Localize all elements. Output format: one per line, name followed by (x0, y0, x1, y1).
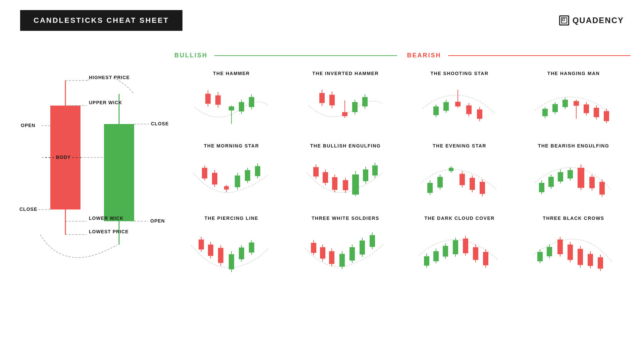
svg-rect-130 (372, 166, 378, 176)
svg-rect-247 (588, 254, 593, 266)
patterns-row-1: THE HAMMER (174, 67, 631, 140)
pattern-bearish-engulfing: THE BEARISH ENGULFING (517, 140, 631, 212)
logo: QUADENCY (559, 15, 624, 25)
svg-rect-148 (480, 182, 485, 194)
svg-rect-115 (323, 172, 328, 183)
patterns-row-2: THE MORNING STAR (174, 140, 631, 212)
svg-rect-85 (584, 105, 589, 113)
svg-rect-193 (320, 247, 325, 259)
title-box: CANDLESTICKS CHEAT SHEET (20, 10, 182, 31)
svg-rect-67 (466, 106, 472, 114)
pattern-three-black-crows: THREE BLACK CROWS (517, 212, 631, 285)
bullish-divider (214, 55, 397, 56)
svg-text:HIGHEST PRICE: HIGHEST PRICE (89, 75, 130, 80)
svg-rect-151 (539, 183, 544, 192)
pattern-hammer: THE HAMMER (174, 67, 288, 140)
svg-rect-145 (470, 178, 475, 190)
svg-rect-118 (332, 177, 337, 190)
svg-rect-55 (362, 97, 368, 107)
svg-rect-190 (311, 243, 316, 253)
svg-rect-238 (557, 240, 563, 254)
svg-rect-166 (589, 177, 595, 188)
svg-rect-199 (339, 254, 345, 267)
svg-rect-88 (594, 108, 599, 117)
shooting-star-svg (413, 79, 506, 133)
svg-rect-208 (370, 235, 375, 247)
svg-rect-163 (578, 168, 584, 188)
svg-rect-61 (443, 102, 449, 111)
svg-rect-124 (352, 175, 359, 195)
svg-rect-226 (473, 247, 478, 260)
shooting-star-title: THE SHOOTING STAR (430, 71, 488, 76)
pattern-bullish-engulfing: THE BULLISH ENGULFING (288, 140, 402, 212)
inverted-hammer-title: THE INVERTED HAMMER (312, 71, 379, 76)
hanging-man-title: THE HANGING MAN (547, 71, 600, 76)
svg-rect-250 (598, 257, 603, 269)
svg-rect-73 (542, 109, 548, 116)
hanging-man-svg (527, 79, 621, 133)
svg-text:LOWER WICK: LOWER WICK (89, 216, 123, 221)
category-row: BULLISH BEARISH (174, 52, 631, 59)
svg-rect-79 (562, 100, 568, 107)
evening-star-title: THE EVENING STAR (433, 143, 486, 148)
svg-rect-91 (604, 111, 609, 121)
three-white-soldiers-title: THREE WHITE SOLDIERS (312, 216, 379, 221)
hammer-svg (184, 79, 278, 133)
svg-rect-109 (255, 166, 260, 176)
svg-rect-103 (235, 176, 240, 187)
svg-rect-76 (552, 104, 558, 112)
morning-star-title: THE MORNING STAR (204, 143, 259, 148)
svg-rect-220 (453, 240, 458, 254)
svg-rect-52 (352, 102, 358, 112)
bearish-engulfing-title: THE BEARISH ENGULFING (538, 143, 609, 148)
svg-text:UPPER WICK: UPPER WICK (89, 100, 122, 105)
svg-rect-37 (239, 102, 244, 112)
svg-rect-181 (229, 254, 234, 269)
svg-rect-43 (319, 93, 325, 103)
svg-rect-217 (443, 246, 448, 257)
svg-rect-178 (218, 248, 223, 263)
pattern-hanging-man: THE HANGING MAN (517, 67, 631, 140)
svg-rect-97 (212, 173, 217, 185)
svg-text:- - - BODY - - -: - - - BODY - - - (45, 155, 82, 160)
svg-rect-100 (224, 186, 229, 190)
logo-icon (559, 15, 569, 25)
anatomy-section: HIGHEST PRICE UPPER WICK OPEN CLOSE - - … (13, 54, 181, 322)
svg-text:LOWEST PRICE: LOWEST PRICE (89, 229, 129, 234)
svg-rect-241 (568, 245, 573, 260)
dark-cloud-cover-title: THE DARK CLOUD COVER (424, 216, 495, 221)
svg-rect-211 (424, 256, 429, 266)
pattern-inverted-hammer: THE INVERTED HAMMER (288, 67, 402, 140)
pattern-morning-star: THE MORNING STAR (174, 140, 288, 212)
svg-rect-34 (229, 107, 234, 111)
svg-rect-160 (568, 170, 573, 179)
piercing-line-svg (184, 224, 278, 278)
svg-rect-202 (350, 247, 355, 261)
bullish-engulfing-title: THE BULLISH ENGULFING (310, 143, 381, 148)
bearish-divider (448, 55, 631, 56)
svg-rect-112 (313, 167, 319, 177)
pattern-shooting-star: THE SHOOTING STAR (402, 67, 517, 140)
pattern-piercing-line: THE PIERCING LINE (174, 212, 288, 285)
svg-rect-121 (343, 180, 348, 190)
svg-rect-82 (574, 101, 579, 106)
svg-rect-94 (202, 168, 207, 179)
svg-rect-154 (548, 177, 554, 187)
svg-rect-136 (437, 177, 443, 188)
header: CANDLESTICKS CHEAT SHEET QUADENCY (0, 0, 644, 41)
bullish-label: BULLISH (174, 52, 214, 59)
svg-rect-106 (245, 170, 250, 181)
pattern-evening-star: THE EVENING STAR (402, 140, 517, 212)
svg-rect-49 (342, 112, 347, 116)
piercing-line-title: THE PIERCING LINE (205, 216, 259, 221)
svg-text:CLOSE: CLOSE (151, 121, 169, 126)
svg-rect-139 (449, 168, 453, 171)
svg-rect-175 (208, 245, 213, 256)
svg-rect-157 (558, 172, 563, 182)
bullish-engulfing-svg (299, 152, 392, 205)
patterns-section: BULLISH BEARISH THE HAMMER (174, 52, 631, 285)
svg-rect-235 (547, 247, 552, 256)
three-white-soldiers-svg (299, 224, 392, 278)
svg-rect-187 (249, 243, 254, 253)
evening-star-svg (413, 152, 506, 205)
